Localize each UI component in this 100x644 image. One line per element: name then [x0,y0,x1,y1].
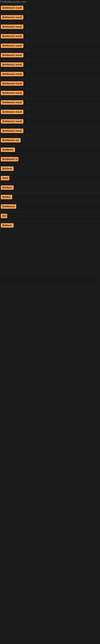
list-item: Bottleneck [0,202,100,212]
list-item: Bottleneck result [0,89,100,98]
bottleneck-badge[interactable]: Bottlene [1,185,14,190]
bottleneck-badge[interactable]: Bottleneck result [1,72,23,76]
list-item: Bottleneck result [0,79,100,89]
list-item: Bottleneck result [0,126,100,136]
list-item: Bottleneck re [0,155,100,164]
bottleneck-badge[interactable]: Bottleneck re [1,157,18,162]
bottleneck-badge[interactable]: Bottleneck result [1,53,23,57]
list-item: Bottleneck result [0,42,100,51]
divider-2 [1,259,99,271]
bottleneck-badge[interactable]: Bottlen [1,195,12,199]
bottleneck-badge[interactable]: Bottleneck result [1,44,23,48]
list-item: Bottleneck result [0,51,100,60]
bottleneck-badge[interactable]: Bottleneck result [1,6,23,10]
bottleneck-badge[interactable]: Bottleneck result [1,110,23,114]
divider-1 [1,245,99,257]
list-item: Bottleneck result [0,13,100,22]
bottleneck-badge[interactable]: Bottleneck result [1,100,23,105]
bottleneck-badge[interactable]: Bottleneck result [1,15,23,20]
list-item: Bottleneck result [0,60,100,70]
divider-4 [1,287,99,299]
list-item: Bottleneck result [0,70,100,79]
divider-3 [1,273,99,285]
list-item: Bot [0,212,100,221]
bottleneck-badge[interactable]: Bottlene [1,223,14,228]
bottleneck-badge[interactable]: Bottlenec [1,148,15,152]
list-item: Bottleneck result [0,22,100,32]
footer-label: © [0,335,100,337]
list-item: Bottleneck result [0,108,100,117]
bottleneck-badge[interactable]: Bottleneck result [1,24,23,29]
list-item: Bottleneck result [0,117,100,126]
bottleneck-badge[interactable]: Bottleneck result [1,91,23,95]
bottleneck-badge[interactable]: Bottlene [1,166,14,171]
list-item: Bottlene [0,164,100,174]
list-item: Bottlene [0,183,100,193]
bottleneck-badge[interactable]: Bot [1,214,7,218]
bottleneck-badge[interactable]: Bottleneck result [1,119,23,124]
list-item: Bottleneck result [0,4,100,13]
list-item: Bottlene [0,221,100,231]
list-item: Bottlen [0,193,100,202]
bottleneck-badge[interactable]: Bottleneck [1,204,16,209]
bottleneck-badge[interactable]: Bottleneck result [1,81,23,86]
divider-5 [1,301,99,313]
bottleneck-badge[interactable]: Bottleneck result [1,128,23,133]
list-item: Bottleneck result [0,98,100,108]
bottleneck-badge[interactable]: Bottleneck result [1,62,23,67]
list-item: Bottl [0,174,100,183]
bottleneck-list: Bottleneck resultBottleneck resultBottle… [0,4,100,231]
bottleneck-badge[interactable]: Bottleneck result [1,34,23,38]
list-item: Bottleneck res [0,136,100,146]
site-header: TheBottlenecker.com [0,0,100,4]
bottleneck-badge[interactable]: Bottl [1,176,9,180]
list-item: Bottlenec [0,146,100,155]
bottleneck-badge[interactable]: Bottleneck res [1,138,21,142]
list-item: Bottleneck result [0,32,100,42]
bottom-section [0,239,100,319]
